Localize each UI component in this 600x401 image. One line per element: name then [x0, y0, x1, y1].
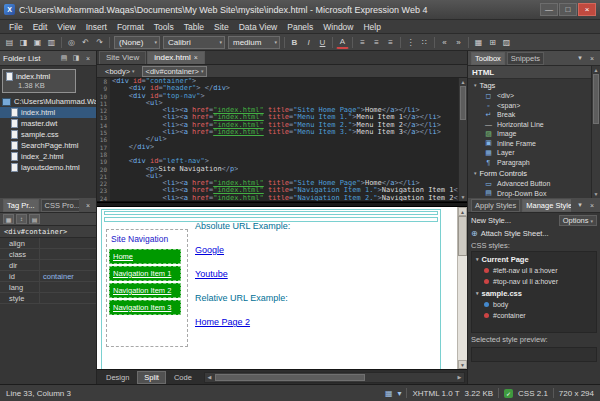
- design-scrollbar[interactable]: ▲ ▼: [457, 207, 467, 369]
- options-dropdown[interactable]: Options▾: [559, 215, 597, 226]
- tab-manage-styles[interactable]: Manage Styles: [522, 199, 571, 212]
- menu-data-view[interactable]: Data View: [234, 21, 283, 33]
- design-link-google[interactable]: Google: [195, 245, 224, 255]
- style-rule-body[interactable]: body: [472, 299, 596, 310]
- insert-picture-icon[interactable]: ▨: [500, 36, 513, 49]
- align-right-icon[interactable]: ≡: [384, 36, 397, 49]
- code-line[interactable]: 18: [97, 151, 458, 158]
- tab-index-html[interactable]: index.html×: [147, 51, 205, 64]
- tab-css-pro[interactable]: CSS Pro...: [41, 199, 79, 212]
- attach-stylesheet-link[interactable]: ⊕ Attach Style Sheet...: [468, 227, 600, 239]
- property-value[interactable]: [40, 238, 96, 248]
- scrollbar-thumb[interactable]: [458, 216, 467, 256]
- folder-list-item-master-dwt[interactable]: master.dwt: [0, 118, 96, 129]
- menu-tools[interactable]: Tools: [149, 21, 179, 33]
- close-icon[interactable]: ×: [83, 53, 93, 63]
- code-line[interactable]: 22 <li><a href="index.html" title="Site …: [97, 180, 458, 187]
- scroll-up-icon[interactable]: ▲: [459, 78, 467, 86]
- design-link-youtube[interactable]: Youtube: [195, 269, 228, 279]
- toolbox-item-paragraph[interactable]: ¶Paragraph: [468, 158, 591, 168]
- scroll-right-icon[interactable]: ▶: [455, 373, 464, 382]
- css-schema[interactable]: CSS 2.1: [518, 389, 548, 398]
- horizontal-scrollbar[interactable]: ◀ ▶: [204, 372, 465, 383]
- menu-panels[interactable]: Panels: [282, 21, 318, 33]
- open-icon[interactable]: ◨: [17, 36, 30, 49]
- breadcrumb-tag-div-container[interactable]: <div#container>▾: [142, 66, 208, 77]
- decrease-indent-icon[interactable]: «: [438, 36, 451, 49]
- tag-property-row[interactable]: class: [0, 249, 96, 260]
- menu-insert[interactable]: Insert: [81, 21, 112, 33]
- font-color-icon[interactable]: A: [336, 36, 349, 49]
- preview-in-browser-icon[interactable]: ◎: [65, 36, 78, 49]
- redo-icon[interactable]: ↷: [93, 36, 106, 49]
- toolbox-item-horizontal-line[interactable]: —Horizontal Line: [468, 120, 591, 130]
- print-icon[interactable]: ▥: [45, 36, 58, 49]
- close-icon[interactable]: ×: [587, 53, 597, 63]
- toolbox-item-image[interactable]: ▨Image: [468, 129, 591, 139]
- styles-group-current-page[interactable]: ▾Current Page: [472, 253, 596, 265]
- chevron-down-icon[interactable]: ▾: [397, 389, 401, 398]
- menu-file[interactable]: File: [4, 21, 28, 33]
- code-line[interactable]: 9 <div id="header"> </div>: [97, 85, 458, 92]
- property-value[interactable]: [40, 293, 96, 303]
- view-design-button[interactable]: Design: [99, 371, 136, 384]
- scroll-down-icon[interactable]: ▼: [459, 193, 467, 201]
- design-nav-title[interactable]: Site Navigation: [111, 234, 185, 244]
- font-size-dropdown[interactable]: medium▾: [228, 36, 280, 49]
- menu-table[interactable]: Table: [179, 21, 209, 33]
- maximize-button[interactable]: □: [559, 3, 577, 16]
- borders-icon[interactable]: ▦: [472, 36, 485, 49]
- menu-window[interactable]: Window: [318, 21, 358, 33]
- font-dropdown[interactable]: Calibri▾: [163, 36, 225, 49]
- show-set-properties-icon[interactable]: ▤: [29, 214, 40, 224]
- close-icon[interactable]: ×: [587, 200, 597, 210]
- menu-edit[interactable]: Edit: [28, 21, 53, 33]
- undo-icon[interactable]: ↶: [79, 36, 92, 49]
- code-line[interactable]: 8<div id="container">: [97, 78, 458, 85]
- code-line[interactable]: 16 </ul>: [97, 136, 458, 143]
- scroll-down-icon[interactable]: ▼: [592, 190, 600, 198]
- italic-icon[interactable]: I: [302, 36, 315, 49]
- tag-property-row[interactable]: align: [0, 238, 96, 249]
- property-value[interactable]: [40, 282, 96, 292]
- tab-site-view[interactable]: Site View: [99, 51, 146, 64]
- design-nav-link-navigation-item-2[interactable]: Navigation Item 2: [109, 283, 181, 298]
- menu-site[interactable]: Site: [209, 21, 234, 33]
- view-split-button[interactable]: Split: [137, 371, 166, 384]
- close-icon[interactable]: ×: [194, 54, 198, 61]
- folder-list-item-index-html[interactable]: index.html: [0, 107, 96, 118]
- toolbox-item-span[interactable]: ▫<span>: [468, 101, 591, 111]
- new-page-icon[interactable]: ▤: [59, 53, 69, 63]
- new-folder-icon[interactable]: ◨: [71, 53, 81, 63]
- design-canvas[interactable]: Site Navigation HomeNavigation Item 1Nav…: [97, 207, 457, 369]
- underline-icon[interactable]: U: [316, 36, 329, 49]
- toolbox-item-layer[interactable]: ▦Layer: [468, 148, 591, 158]
- code-line[interactable]: 11 <ul>: [97, 100, 458, 107]
- new-style-link[interactable]: New Style...: [471, 216, 511, 225]
- design-heading-relative-url-example[interactable]: Relative URL Example:: [195, 293, 437, 303]
- toolbox-item-inline-frame[interactable]: ▣Inline Frame: [468, 139, 591, 149]
- tab-toolbox[interactable]: Toolbox: [471, 52, 505, 65]
- align-center-icon[interactable]: ≡: [370, 36, 383, 49]
- align-left-icon[interactable]: ≡: [356, 36, 369, 49]
- style-rule-left-nav-ul-li-a-hover[interactable]: #left-nav ul li a:hover: [472, 265, 596, 276]
- property-value[interactable]: container: [40, 271, 96, 281]
- tab-apply-styles[interactable]: Apply Styles: [471, 199, 520, 212]
- scrollbar-thumb[interactable]: [593, 74, 599, 124]
- toolbox-scrollbar[interactable]: ▲ ▼: [591, 66, 600, 198]
- code-line[interactable]: 19 <div id="left-nav">: [97, 158, 458, 165]
- menu-format[interactable]: Format: [112, 21, 149, 33]
- design-nav-link-navigation-item-1[interactable]: Navigation Item 1: [109, 266, 181, 281]
- property-value[interactable]: [40, 249, 96, 259]
- tag-property-row[interactable]: style: [0, 293, 96, 304]
- design-link-home-page-2[interactable]: Home Page 2: [195, 317, 250, 327]
- code-line[interactable]: 13 <li><a href="index.html" title="Menu …: [97, 114, 458, 121]
- toolbox-item-break[interactable]: ↵Break: [468, 110, 591, 120]
- bullet-list-icon[interactable]: ∷: [418, 36, 431, 49]
- scroll-left-icon[interactable]: ◀: [205, 373, 214, 382]
- bold-icon[interactable]: B: [288, 36, 301, 49]
- chevron-down-icon[interactable]: ▾: [575, 200, 585, 210]
- folder-list-item-searchpage-html[interactable]: SearchPage.html: [0, 140, 96, 151]
- code-editor[interactable]: 8<div id="container">9 <div id="header">…: [97, 78, 458, 201]
- code-line[interactable]: 14 <li><a href="index.html" title="Menu …: [97, 122, 458, 129]
